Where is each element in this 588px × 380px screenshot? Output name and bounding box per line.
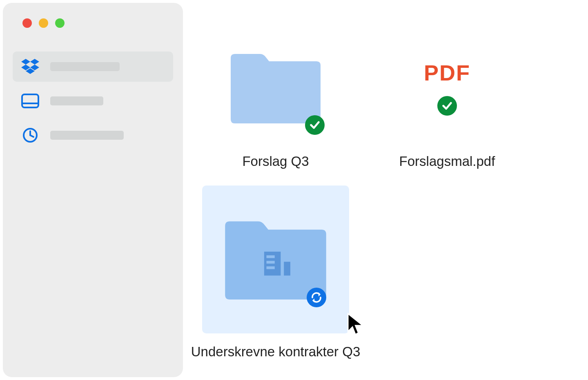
svg-rect-0 [22, 94, 38, 107]
item-label: Underskrevne kontrakter Q3 [191, 344, 361, 360]
svg-rect-4 [267, 255, 275, 258]
sidebar-label-placeholder [50, 62, 120, 71]
folder-icon [227, 49, 325, 127]
sync-icon [307, 288, 326, 307]
checkmark-icon [305, 115, 325, 135]
folder-forslag-q3[interactable]: Forslag Q3 [202, 33, 349, 169]
sidebar-item-dropbox[interactable] [13, 51, 173, 82]
sidebar-item-desktop[interactable] [13, 86, 173, 116]
clock-icon [21, 126, 40, 145]
window-controls [22, 18, 173, 28]
desktop-icon [21, 92, 40, 110]
sidebar-label-placeholder [50, 131, 124, 140]
dropbox-icon [21, 57, 40, 76]
svg-rect-5 [267, 261, 275, 264]
maximize-button[interactable] [55, 18, 65, 28]
sidebar-label-placeholder [50, 96, 103, 105]
pdf-icon: PDF [424, 60, 470, 85]
svg-rect-7 [284, 262, 290, 276]
svg-rect-6 [267, 266, 275, 269]
sidebar-item-recents[interactable] [13, 120, 173, 150]
item-label: Forslagsmal.pdf [399, 154, 495, 169]
file-forslagsmal-pdf[interactable]: PDF Forslagsmal.pdf [374, 33, 521, 169]
close-button[interactable] [22, 18, 32, 28]
checkmark-icon [437, 96, 457, 116]
sidebar [3, 3, 183, 377]
folder-underskrevne-kontrakter-q3[interactable]: Underskrevne kontrakter Q3 [202, 186, 349, 360]
item-label: Forslag Q3 [242, 154, 309, 169]
minimize-button[interactable] [39, 18, 48, 28]
file-grid-area: Forslag Q3 PDF Forslagsmal.pdf [186, 0, 588, 380]
